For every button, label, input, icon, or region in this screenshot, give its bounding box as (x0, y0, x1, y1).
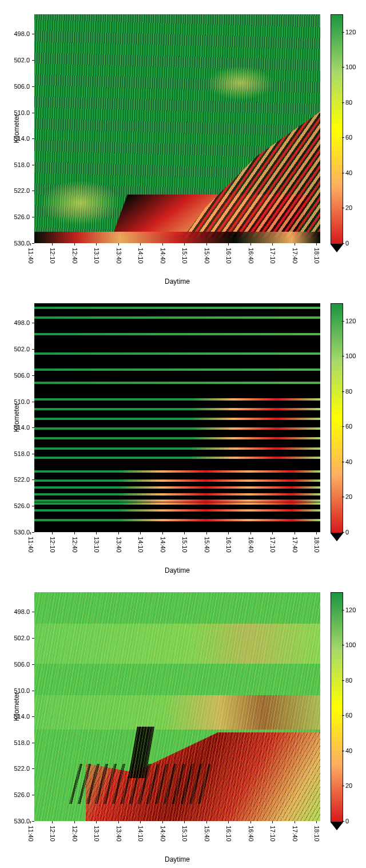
ytick: 510.0 (14, 398, 30, 405)
y-ticks-2: 498.0 502.0 506.0 510.0 514.0 518.0 522.… (0, 303, 32, 532)
xtick: 14:40 (160, 248, 166, 264)
ytick: 530.0 (14, 818, 30, 825)
xtick: 14:10 (137, 248, 144, 264)
ctick: 80 (345, 388, 352, 395)
colorbar-2 (331, 303, 343, 533)
ctick: 100 (345, 352, 356, 359)
ctick: 0 (345, 818, 349, 825)
ytick: 502.0 (14, 346, 30, 352)
ctick: 40 (345, 747, 352, 754)
xtick: 11:40 (27, 248, 34, 264)
ytick: 506.0 (14, 372, 30, 379)
xtick: 12:10 (49, 248, 56, 264)
xtick: 17:10 (269, 248, 276, 264)
xtick: 17:10 (269, 537, 276, 553)
ytick: 522.0 (14, 765, 30, 772)
x-axis-label: Daytime (34, 278, 320, 286)
ytick: 498.0 (14, 30, 30, 37)
xtick: 18:10 (313, 248, 320, 264)
xtick: 17:40 (292, 537, 299, 553)
xtick: 15:40 (204, 826, 210, 842)
x-ticks-3: 11:40 12:10 12:40 13:10 13:40 14:10 14:4… (34, 821, 320, 855)
colorbar-1 (331, 14, 343, 244)
x-ticks-1: 11:40 12:10 12:40 13:10 13:40 14:10 14:4… (34, 243, 320, 278)
ytick: 530.0 (14, 240, 30, 247)
ctick: 120 (345, 318, 356, 324)
ctick: 60 (345, 423, 352, 430)
xtick: 12:10 (49, 537, 56, 553)
xtick: 16:10 (225, 826, 232, 842)
ctick: 20 (345, 782, 352, 789)
xtick: 16:40 (248, 248, 254, 264)
ytick: 518.0 (14, 161, 30, 168)
xtick: 14:40 (160, 826, 166, 842)
xtick: 13:40 (116, 826, 122, 842)
ytick: 526.0 (14, 502, 30, 509)
heatmap-panel-3: Kilometer 498.0 502.0 506.0 510.0 514.0 … (0, 584, 366, 867)
ytick: 498.0 (14, 319, 30, 326)
ctick: 60 (345, 712, 352, 719)
ytick: 502.0 (14, 635, 30, 641)
xtick: 13:10 (93, 248, 100, 264)
heatmap-1 (34, 14, 320, 243)
xtick: 15:40 (204, 537, 210, 553)
ytick: 514.0 (14, 713, 30, 720)
xtick: 15:40 (204, 248, 210, 264)
x-axis-label: Daytime (34, 855, 320, 863)
xtick: 13:10 (93, 537, 100, 553)
heatmap-3 (34, 592, 320, 821)
xtick: 16:40 (248, 537, 254, 553)
ctick: 120 (345, 607, 356, 613)
ytick: 530.0 (14, 529, 30, 536)
colorbar-ticks-2: 0 20 40 60 80 100 120 (343, 303, 360, 532)
xtick: 15:10 (181, 826, 188, 842)
ytick: 518.0 (14, 739, 30, 746)
ctick: 40 (345, 169, 352, 176)
ytick: 506.0 (14, 83, 30, 90)
xtick: 13:10 (93, 826, 100, 842)
xtick: 13:40 (116, 537, 122, 553)
y-ticks-1: 498.0 502.0 506.0 510.0 514.0 518.0 522.… (0, 14, 32, 243)
xtick: 17:10 (269, 826, 276, 842)
xtick: 17:40 (292, 826, 299, 842)
heatmap-panel-1: Kilometer 498.0 502.0 506.0 510.0 514.0 … (0, 6, 366, 289)
ctick: 20 (345, 204, 352, 211)
ctick: 0 (345, 529, 349, 536)
ctick: 120 (345, 29, 356, 35)
ytick: 502.0 (14, 57, 30, 64)
ytick: 522.0 (14, 476, 30, 483)
xtick: 16:10 (225, 248, 232, 264)
heatmap-panel-2: Kilometer 498.0 502 (0, 295, 366, 578)
xtick: 13:40 (116, 248, 122, 264)
ctick: 40 (345, 458, 352, 465)
ytick: 526.0 (14, 213, 30, 220)
ctick: 100 (345, 641, 356, 648)
xtick: 11:40 (27, 826, 34, 842)
ytick: 518.0 (14, 450, 30, 457)
ytick: 514.0 (14, 135, 30, 142)
xtick: 15:10 (181, 537, 188, 553)
ytick: 510.0 (14, 687, 30, 694)
y-ticks-3: 498.0 502.0 506.0 510.0 514.0 518.0 522.… (0, 592, 32, 821)
ytick: 526.0 (14, 791, 30, 798)
xtick: 12:40 (71, 537, 78, 553)
heatmap-2 (34, 303, 320, 532)
ytick: 506.0 (14, 661, 30, 668)
x-axis-label: Daytime (34, 566, 320, 574)
xtick: 18:10 (313, 826, 320, 842)
xtick: 12:40 (71, 826, 78, 842)
ctick: 0 (345, 240, 349, 247)
ytick: 522.0 (14, 187, 30, 194)
xtick: 14:10 (137, 537, 144, 553)
xtick: 15:10 (181, 248, 188, 264)
ctick: 80 (345, 99, 352, 106)
colorbar-ticks-1: 0 20 40 60 80 100 120 (343, 14, 360, 243)
xtick: 12:40 (71, 248, 78, 264)
x-ticks-2: 11:40 12:10 12:40 13:10 13:40 14:10 14:4… (34, 532, 320, 566)
colorbar-ticks-3: 0 20 40 60 80 100 120 (343, 592, 360, 821)
figure: Kilometer 498.0 502.0 506.0 510.0 514.0 … (0, 0, 366, 868)
xtick: 16:10 (225, 537, 232, 553)
ytick: 514.0 (14, 424, 30, 431)
xtick: 14:10 (137, 826, 144, 842)
colorbar-3 (331, 592, 343, 822)
